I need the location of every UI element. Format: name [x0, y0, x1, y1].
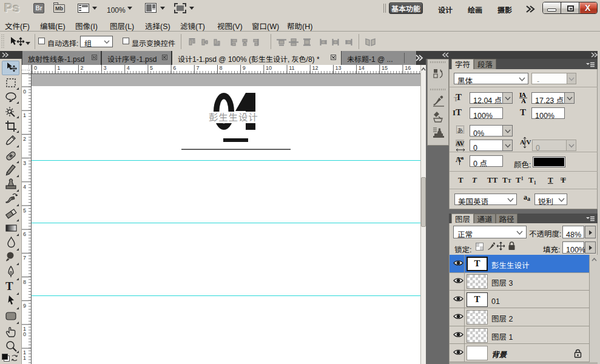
svg-text:彭生生设计: 彭生生设计 — [209, 110, 258, 123]
